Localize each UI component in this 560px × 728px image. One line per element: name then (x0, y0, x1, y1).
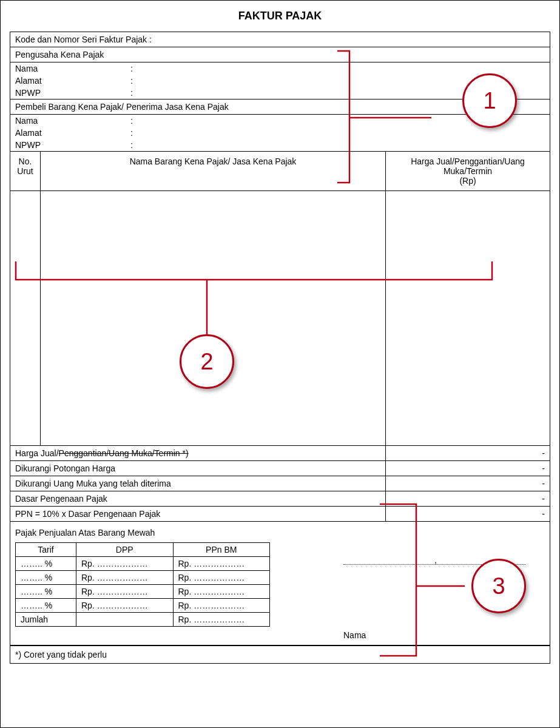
document-title: FAKTUR PAJAK (1, 1, 559, 32)
ppnbm-row: …….. %Rp. ………………Rp. ……………… (16, 585, 270, 599)
pembeli-alamat-row: Alamat : (10, 127, 550, 139)
kode-seri-label: Kode dan Nomor Seri Faktur Pajak : (15, 35, 152, 44)
ppnbm-row: …….. %Rp. ………………Rp. ……………… (16, 599, 270, 613)
ppnbm-jumlah-row: JumlahRp. ……………… (16, 613, 270, 627)
faktur-pajak-page: FAKTUR PAJAK Kode dan Nomor Seri Faktur … (0, 0, 560, 728)
bracket-2 (13, 261, 498, 401)
pkp-nama-row: Nama : (10, 62, 550, 75)
annotation-circle-2: 2 (180, 334, 234, 389)
ppnbm-header-row: Tarif DPP PPn BM (16, 543, 270, 557)
ppnbm-row: …….. %Rp. ………………Rp. ……………… (16, 571, 270, 585)
annotation-circle-3: 3 (471, 559, 526, 613)
summary-row-uangmuka: Dikurangi Uang Muka yang telah diterima … (10, 476, 550, 491)
ppnbm-row: …….. %Rp. ………………Rp. ……………… (16, 557, 270, 571)
pembeli-fields: Nama : Alamat : NPWP : (10, 115, 550, 152)
summary-row-potongan: Dikurangi Potongan Harga - (10, 461, 550, 476)
col-name-header: Nama Barang Kena Pajak/ Jasa Kena Pajak (41, 152, 386, 190)
ppnbm-table: Tarif DPP PPn BM …….. %Rp. ………………Rp. ………… (15, 542, 270, 627)
items-header-row: No. Urut Nama Barang Kena Pajak/ Jasa Ke… (10, 152, 550, 191)
col-no-header: No. Urut (10, 152, 41, 190)
bracket-1 (337, 48, 434, 187)
pkp-section-header: Pengusaha Kena Pajak (10, 47, 550, 62)
summary-row-harga: Harga Jual/Penggantian/Uang Muka/Termin … (10, 446, 550, 461)
pembeli-npwp-row: NPWP : (10, 139, 550, 151)
annotation-circle-1: 1 (462, 73, 517, 128)
kode-seri-row: Kode dan Nomor Seri Faktur Pajak : (10, 32, 550, 47)
